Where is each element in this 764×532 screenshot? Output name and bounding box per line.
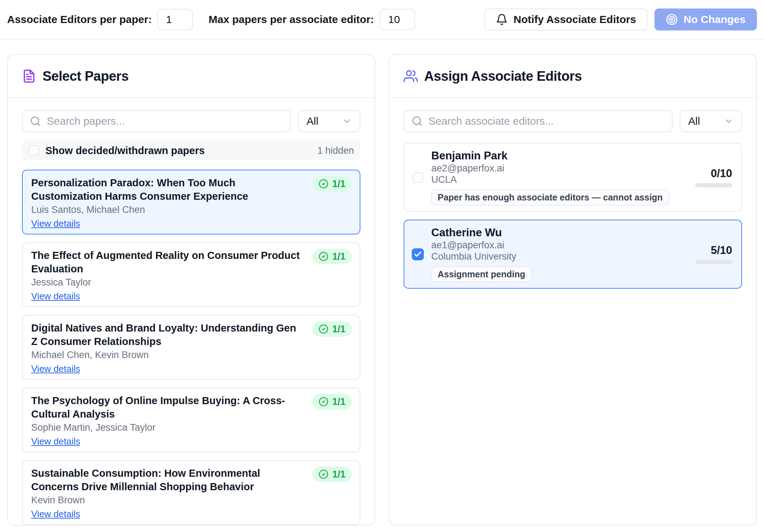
circle-check-icon [319, 179, 328, 189]
ae-per-paper-label: Associate Editors per paper: [7, 13, 152, 26]
papers-search-box [22, 110, 291, 132]
paper-card[interactable]: The Psychology of Online Impulse Buying:… [22, 387, 360, 452]
papers-filter-value: All [307, 115, 318, 127]
editor-checkbox[interactable] [412, 248, 424, 260]
editor-info: Catherine Wu ae1@paperfox.ai Columbia Un… [431, 226, 695, 282]
show-decided-row[interactable]: Show decided/withdrawn papers 1 hidden [22, 141, 360, 160]
editors-filter-select[interactable]: All [680, 110, 742, 132]
editor-name: Benjamin Park [431, 149, 695, 163]
show-decided-checkbox[interactable] [28, 145, 39, 156]
editor-status-badge: Paper has enough associate editors — can… [431, 189, 669, 205]
editor-email: ae2@paperfox.ai [431, 163, 695, 174]
circle-check-icon [319, 251, 328, 261]
paper-title: The Effect of Augmented Reality on Consu… [31, 249, 351, 276]
editor-card[interactable]: Catherine Wu ae1@paperfox.ai Columbia Un… [404, 220, 742, 289]
editors-panel-header: Assign Associate Editors [389, 55, 756, 98]
editor-workload: 0/10 [695, 167, 733, 187]
paper-card[interactable]: Sustainable Consumption: How Environment… [22, 460, 360, 525]
paper-authors: Sophie Martin, Jessica Taylor [31, 422, 351, 433]
paper-card[interactable]: Personalization Paradox: When Too Much C… [22, 170, 360, 234]
paper-list: Personalization Paradox: When Too Much C… [22, 170, 360, 525]
paper-count-badge: 1/1 [312, 321, 352, 337]
editors-search-row: All [404, 110, 742, 132]
view-details-link[interactable]: View details [31, 509, 80, 519]
paper-title: The Psychology of Online Impulse Buying:… [31, 394, 351, 421]
ae-per-paper-input[interactable] [157, 9, 193, 30]
paper-card[interactable]: The Effect of Augmented Reality on Consu… [22, 242, 360, 307]
editor-email: ae1@paperfox.ai [431, 239, 695, 251]
editors-search-box [404, 110, 673, 132]
papers-search-row: All [22, 110, 360, 132]
editor-affiliation: Columbia University [431, 251, 695, 262]
search-icon [411, 115, 423, 127]
paper-count-label: 1/1 [332, 469, 346, 480]
editor-card[interactable]: Benjamin Park ae2@paperfox.ai UCLA Paper… [404, 143, 742, 212]
view-details-link[interactable]: View details [31, 363, 80, 374]
circle-check-icon [319, 324, 328, 334]
topbar-actions: Notify Associate Editors No Changes [484, 9, 757, 30]
paper-authors: Michael Chen, Kevin Brown [31, 349, 351, 361]
paper-count-label: 1/1 [332, 324, 346, 335]
paper-authors: Luis Santos, Michael Chen [31, 204, 351, 215]
file-text-icon [22, 69, 36, 83]
editor-list: Benjamin Park ae2@paperfox.ai UCLA Paper… [404, 143, 742, 289]
workload-count: 0/10 [711, 167, 732, 180]
hidden-count: 1 hidden [317, 145, 354, 156]
circle-check-icon [319, 397, 328, 407]
paper-title: Sustainable Consumption: How Environment… [31, 466, 351, 493]
main-content: Select Papers All [0, 40, 764, 532]
paper-count-label: 1/1 [332, 179, 346, 189]
no-changes-button[interactable]: No Changes [655, 9, 757, 30]
papers-panel-body: All Show decided/withdrawn papers 1 hidd… [8, 98, 375, 525]
editors-panel-title: Assign Associate Editors [424, 69, 582, 84]
paper-card[interactable]: Digital Natives and Brand Loyalty: Under… [22, 315, 360, 380]
editors-filter-value: All [688, 115, 700, 127]
search-icon [30, 115, 41, 127]
papers-panel-title: Select Papers [43, 69, 129, 84]
editors-search-input[interactable] [428, 115, 665, 127]
paper-count-badge: 1/1 [312, 249, 352, 264]
workload-count: 5/10 [711, 244, 732, 257]
paper-title: Personalization Paradox: When Too Much C… [31, 176, 351, 203]
editor-name: Catherine Wu [431, 226, 695, 239]
paper-count-label: 1/1 [332, 251, 346, 262]
editor-affiliation: UCLA [431, 174, 695, 185]
editor-info: Benjamin Park ae2@paperfox.ai UCLA Paper… [431, 149, 695, 205]
editor-workload: 5/10 [695, 244, 733, 264]
papers-search-input[interactable] [47, 115, 283, 127]
paper-count-badge: 1/1 [312, 176, 352, 192]
chevron-down-icon [342, 116, 352, 126]
paper-authors: Jessica Taylor [31, 277, 351, 288]
editor-checkbox-column [404, 248, 431, 260]
view-details-link[interactable]: View details [31, 218, 80, 229]
paper-count-label: 1/1 [332, 396, 346, 407]
editor-checkbox[interactable] [412, 172, 423, 183]
max-papers-label: Max papers per associate editor: [208, 13, 374, 26]
show-decided-label: Show decided/withdrawn papers [45, 145, 205, 157]
topbar: Associate Editors per paper: Max papers … [0, 0, 764, 40]
papers-filter-select[interactable]: All [298, 110, 360, 132]
users-icon [404, 69, 418, 83]
editors-panel-body: All Benjamin Park ae2@paperfox.ai UCLA P… [389, 98, 756, 525]
workload-progress-track [695, 260, 732, 264]
target-icon [666, 13, 678, 26]
papers-panel-header: Select Papers [8, 55, 375, 98]
paper-count-badge: 1/1 [312, 466, 352, 482]
no-changes-button-label: No Changes [684, 13, 746, 26]
workload-progress-track [695, 183, 732, 187]
chevron-down-icon [724, 116, 734, 126]
notify-button-label: Notify Associate Editors [513, 13, 636, 26]
view-details-link[interactable]: View details [31, 436, 80, 447]
view-details-link[interactable]: View details [31, 291, 80, 301]
paper-count-badge: 1/1 [312, 394, 352, 409]
paper-title: Digital Natives and Brand Loyalty: Under… [31, 321, 351, 348]
notify-associate-editors-button[interactable]: Notify Associate Editors [484, 9, 647, 30]
assign-editors-panel: Assign Associate Editors All [389, 54, 757, 526]
circle-check-icon [319, 469, 328, 479]
paper-authors: Kevin Brown [31, 494, 351, 506]
max-papers-input[interactable] [380, 9, 415, 30]
select-papers-panel: Select Papers All [7, 54, 375, 526]
editor-checkbox-column [404, 172, 431, 183]
bell-icon [496, 13, 508, 26]
editor-status-badge: Assignment pending [431, 266, 532, 282]
